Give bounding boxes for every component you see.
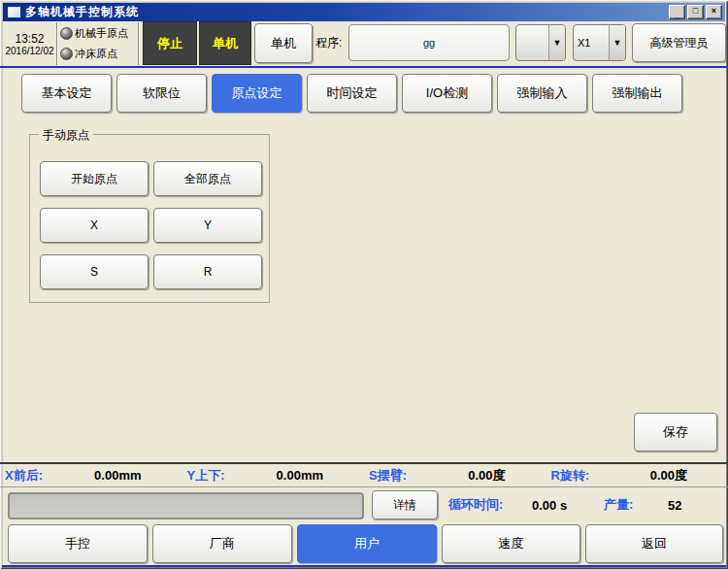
tab-io-check[interactable]: I/O检测 (402, 74, 492, 113)
axis-dropdown[interactable]: X1 ▼ (573, 24, 626, 61)
program-dropdown[interactable]: ▼ (515, 24, 566, 61)
minimize-button[interactable]: _ (669, 5, 685, 19)
axis-s-status: S摆臂: 0.00度 (364, 467, 546, 485)
app-window: 多轴机械手控制系统 _ □ × 13:52 2016/12/02 机械手原点 冲… (0, 0, 728, 569)
indicator-row: 机械手原点 (60, 26, 138, 41)
close-icon: × (711, 7, 716, 16)
program-label: 程序: (315, 21, 342, 65)
minimize-icon: _ (675, 11, 679, 19)
production-value: 52 (668, 490, 681, 519)
axis-r-status: R旋转: 0.00度 (546, 467, 728, 485)
header-panel: 13:52 2016/12/02 机械手原点 冲床原点 停止 单机 单机 程序:… (3, 21, 725, 66)
nav-manual-control[interactable]: 手控 (8, 524, 148, 563)
chevron-down-icon: ▼ (609, 25, 625, 60)
r-origin-button[interactable]: R (153, 254, 262, 289)
manual-origin-group-label: 手动原点 (39, 127, 93, 144)
all-origin-button[interactable]: 全部原点 (153, 161, 262, 196)
robot-origin-led-icon (60, 27, 73, 40)
save-button[interactable]: 保存 (634, 413, 717, 452)
message-display-bar (8, 492, 364, 519)
s-origin-button[interactable]: S (40, 254, 149, 289)
cycle-time-label: 循环时间: (448, 490, 503, 519)
nav-user[interactable]: 用户 (297, 524, 437, 563)
tab-time-setting[interactable]: 时间设定 (307, 74, 397, 113)
indicator-label: 机械手原点 (75, 26, 128, 41)
user-role-button[interactable]: 高级管理员 (632, 23, 726, 62)
bottom-divider (2, 565, 726, 567)
maximize-icon: □ (693, 7, 698, 16)
stop-status-text: 停止 (157, 35, 182, 52)
axis-x-label: X前后: (5, 467, 43, 485)
maximize-button[interactable]: □ (687, 5, 704, 19)
y-origin-button[interactable]: Y (153, 208, 262, 243)
cycle-time-value: 0.00 s (532, 490, 567, 519)
tab-force-output[interactable]: 强制输出 (592, 74, 682, 113)
status-panel-stop: 停止 (143, 21, 197, 65)
tab-force-input[interactable]: 强制输入 (497, 74, 587, 113)
clock: 13:52 2016/12/02 (4, 23, 55, 64)
header-divider (0, 66, 728, 68)
separator (56, 22, 58, 65)
manual-origin-group: 手动原点 开始原点 全部原点 X Y S R (29, 134, 270, 303)
axis-s-value: 0.00度 (468, 467, 505, 485)
axis-r-label: R旋转: (551, 467, 590, 485)
axis-x-value: 0.00mm (94, 468, 141, 483)
nav-return[interactable]: 返回 (585, 524, 723, 563)
nav-speed[interactable]: 速度 (442, 524, 580, 563)
titlebar: 多轴机械手控制系统 _ □ × (3, 3, 725, 21)
axis-y-status: Y上下: 0.00mm (182, 467, 365, 485)
program-name-field[interactable]: gg (348, 24, 510, 61)
axis-y-label: Y上下: (187, 467, 225, 485)
date-text: 2016/12/02 (5, 46, 53, 56)
status-panel-single: 单机 (199, 21, 251, 65)
axis-y-value: 0.00mm (277, 468, 323, 483)
mode-button[interactable]: 单机 (254, 23, 313, 63)
tab-origin-setting[interactable]: 原点设定 (212, 74, 302, 113)
axis-r-value: 0.00度 (650, 467, 687, 485)
axis-status-bar: X前后: 0.00mm Y上下: 0.00mm S摆臂: 0.00度 R旋转: … (0, 462, 728, 487)
axis-dropdown-value: X1 (574, 25, 609, 60)
indicator-label: 冲床原点 (75, 47, 117, 61)
start-origin-button[interactable]: 开始原点 (40, 161, 149, 196)
details-button[interactable]: 详情 (372, 490, 438, 519)
close-button[interactable]: × (706, 5, 722, 19)
single-status-text: 单机 (213, 35, 238, 52)
time-text: 13:52 (15, 32, 44, 46)
production-label: 产量: (604, 490, 633, 519)
x-origin-button[interactable]: X (40, 208, 149, 243)
axis-s-label: S摆臂: (369, 467, 407, 485)
tab-soft-limit[interactable]: 软限位 (116, 74, 207, 113)
program-dropdown-value (516, 25, 548, 60)
separator (138, 22, 140, 65)
window-title: 多轴机械手控制系统 (25, 3, 667, 21)
punch-origin-led-icon (60, 48, 73, 60)
axis-x-status: X前后: 0.00mm (0, 467, 182, 485)
chevron-down-icon: ▼ (548, 25, 565, 60)
tab-basic-settings[interactable]: 基本设定 (21, 74, 112, 113)
indicator-row: 冲床原点 (60, 47, 138, 61)
app-icon (8, 7, 20, 17)
origin-indicators: 机械手原点 冲床原点 (60, 23, 138, 64)
nav-manufacturer[interactable]: 厂商 (152, 524, 292, 563)
